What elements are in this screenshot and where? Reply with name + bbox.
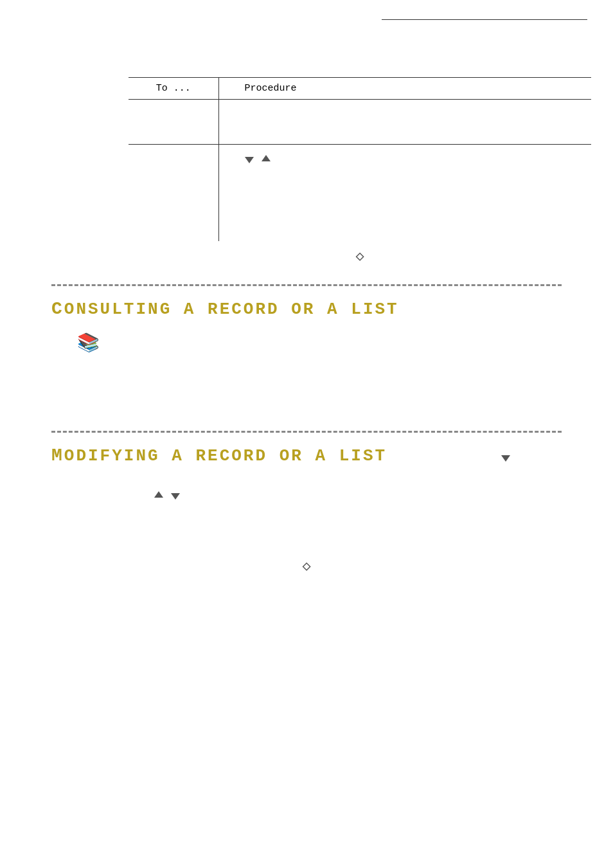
- arrow-up-icon-2: [154, 491, 163, 498]
- diamond-icon-1: ◇: [129, 248, 591, 265]
- page-container: To ... Procedure: [0, 0, 613, 868]
- mod-heading-first-letter: M: [51, 446, 64, 466]
- cell-proc-2: [218, 145, 591, 190]
- arrow-down-icon-1: [245, 157, 254, 163]
- arrow-up-icon-1: [262, 155, 271, 161]
- table-section: To ... Procedure: [129, 77, 591, 265]
- section-modifying: MODIFYING A RECORD OR A LIST ◇: [51, 446, 562, 575]
- book-icon: 📚: [77, 332, 562, 354]
- arrow-down-right: [501, 452, 510, 464]
- cell-proc-3: [218, 190, 591, 241]
- heading-rest: ONSULTING A RECORD OR A LIST: [64, 300, 399, 319]
- dashed-separator-1: [51, 284, 562, 286]
- section-consulting-heading: CONSULTING A RECORD OR A LIST: [51, 299, 562, 319]
- top-right-line: [382, 19, 587, 20]
- section-consulting-content: [77, 360, 536, 411]
- table-row-1: [129, 100, 591, 145]
- table-row-3: [129, 190, 591, 241]
- section-modifying-heading: MODIFYING A RECORD OR A LIST: [51, 446, 387, 466]
- mod-heading-rest: ODIFYING A RECORD OR A LIST: [64, 446, 387, 466]
- section-modifying-body: [77, 506, 536, 545]
- col-to-header: To ...: [129, 78, 218, 100]
- diamond-icon-2: ◇: [77, 557, 536, 575]
- procedure-table: To ... Procedure: [129, 77, 591, 241]
- section-consulting: CONSULTING A RECORD OR A LIST 📚: [51, 299, 562, 411]
- arrow-down-icon-2: [501, 455, 510, 462]
- heading-first-letter: C: [51, 299, 64, 319]
- cell-to-3: [129, 190, 218, 241]
- col-procedure-header: Procedure: [218, 78, 591, 100]
- cell-to-1: [129, 100, 218, 145]
- cell-proc-1: [218, 100, 591, 145]
- cell-to-2: [129, 145, 218, 190]
- table-row-2: [129, 145, 591, 190]
- arrow-down-icon-3: [171, 493, 180, 500]
- section-modifying-content: ◇: [77, 491, 536, 575]
- dashed-separator-2: [51, 431, 562, 433]
- main-content: CONSULTING A RECORD OR A LIST 📚 MODIFYIN…: [51, 284, 562, 575]
